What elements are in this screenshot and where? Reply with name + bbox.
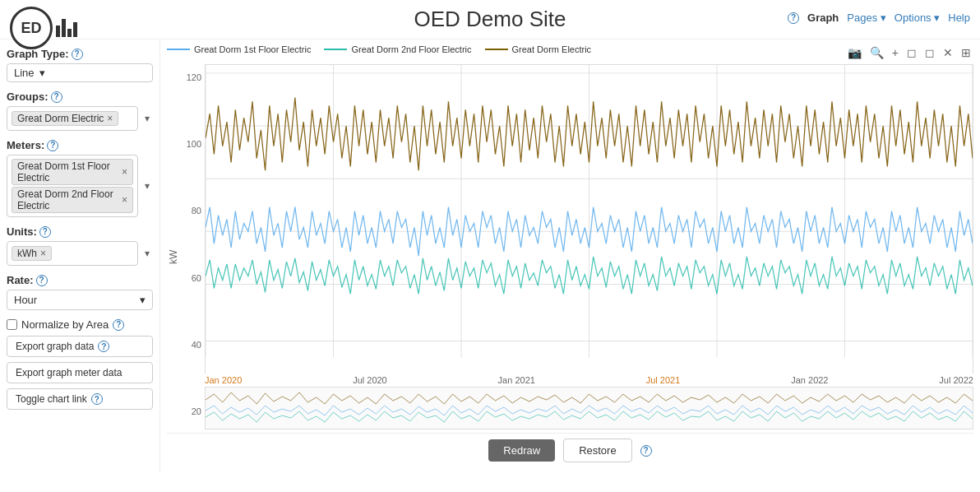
logo-bars xyxy=(56,19,77,37)
legend-line-3 xyxy=(485,49,508,50)
graph-type-dropdown[interactable]: Line ▾ xyxy=(7,63,153,82)
y-axis: 120 100 80 60 40 20 xyxy=(180,64,205,433)
rate-caret: ▾ xyxy=(140,294,146,306)
reset-axes-button[interactable]: ✕ xyxy=(941,44,955,61)
legend-item-2: Great Dorm 2nd Floor Electric xyxy=(324,44,471,54)
units-input-row: kWh × ▾ xyxy=(7,241,153,266)
help-icon-nav[interactable]: ? xyxy=(788,12,799,24)
normalize-checkbox[interactable] xyxy=(7,319,17,330)
logo-bar-2 xyxy=(62,19,66,37)
legend-item-3: Great Dorm Electric xyxy=(485,44,592,54)
meters-tag-input[interactable]: Great Dorm 1st Floor Electric × Great Do… xyxy=(7,155,138,217)
graph-type-caret: ▾ xyxy=(39,67,45,79)
logo-bar-3 xyxy=(67,29,72,37)
x-tick-3: Jan 2021 xyxy=(498,375,535,385)
y-axis-label: kW xyxy=(167,64,180,433)
normalize-help-icon[interactable]: ? xyxy=(113,319,124,331)
logo-bar-4 xyxy=(73,22,77,37)
groups-label: Groups: ? xyxy=(7,91,153,103)
x-tick-1: Jan 2020 xyxy=(205,375,242,385)
units-chevron[interactable]: ▾ xyxy=(141,246,153,261)
pan-left-button[interactable]: ◻ xyxy=(904,44,919,61)
legend-line-1 xyxy=(167,49,190,50)
main-chart[interactable] xyxy=(205,64,973,374)
meter-tag-2-remove[interactable]: × xyxy=(122,195,127,205)
export-meter-button[interactable]: Export graph meter data xyxy=(7,362,153,383)
units-tag-input[interactable]: kWh × xyxy=(7,241,138,266)
toggle-chart-button[interactable]: Toggle chart link ? xyxy=(7,388,153,410)
mini-chart-svg xyxy=(206,388,973,429)
meter-tag-1: Great Dorm 1st Floor Electric × xyxy=(12,159,133,185)
rate-dropdown[interactable]: Hour ▾ xyxy=(7,290,153,310)
main-layout: Graph Type: ? Line ▾ Groups: ? Great Dor… xyxy=(0,39,980,472)
logo-text: ED xyxy=(21,20,41,37)
svg-rect-13 xyxy=(206,388,973,429)
units-label: Units: ? xyxy=(7,225,153,238)
legend-item-1: Great Dorm 1st Floor Electric xyxy=(167,44,311,54)
meters-input-row: Great Dorm 1st Floor Electric × Great Do… xyxy=(7,155,153,217)
x-axis: Jan 2020 Jul 2020 Jan 2021 Jul 2021 Jan … xyxy=(205,374,973,387)
restore-button[interactable]: Restore xyxy=(563,439,632,462)
meters-section: Meters: ? Great Dorm 1st Floor Electric … xyxy=(7,139,153,217)
zoom-in-button[interactable]: 🔍 xyxy=(867,44,886,61)
bottom-bar: Redraw Restore ? xyxy=(167,433,973,467)
rate-section: Rate: ? Hour ▾ xyxy=(7,274,153,310)
groups-tag: Great Dorm Electric × xyxy=(12,111,118,126)
groups-section: Groups: ? Great Dorm Electric × ▾ xyxy=(7,91,153,131)
meter-tag-2: Great Dorm 2nd Floor Electric × xyxy=(12,187,133,213)
nav-pages[interactable]: Pages ▾ xyxy=(847,12,886,24)
graph-type-section: Graph Type: ? Line ▾ xyxy=(7,48,153,82)
sidebar: Graph Type: ? Line ▾ Groups: ? Great Dor… xyxy=(0,39,160,472)
top-nav: ? Graph Pages ▾ Options ▾ Help xyxy=(788,12,970,24)
graph-type-label: Graph Type: ? xyxy=(7,48,153,60)
nav-options[interactable]: Options ▾ xyxy=(894,12,940,24)
normalize-row: Normalize by Area ? xyxy=(7,318,153,331)
export-section: Export graph data ? Export graph meter d… xyxy=(7,336,153,410)
logo-circle: ED xyxy=(10,7,53,49)
mini-chart[interactable] xyxy=(205,387,973,429)
export-graph-button[interactable]: Export graph data ? xyxy=(7,336,153,357)
meters-chevron[interactable]: ▾ xyxy=(141,179,153,193)
toggle-spike-button[interactable]: ⊞ xyxy=(959,44,973,61)
chart-legend: Great Dorm 1st Floor Electric Great Dorm… xyxy=(167,44,591,54)
page-title: OED Demo Site xyxy=(414,7,566,32)
groups-chevron[interactable]: ▾ xyxy=(141,111,153,126)
groups-tag-remove[interactable]: × xyxy=(107,114,113,123)
header: ED OED Demo Site ? Graph Pages ▾ Options… xyxy=(0,0,980,39)
groups-tag-input[interactable]: Great Dorm Electric × xyxy=(7,106,138,131)
units-tag: kWh × xyxy=(12,246,52,261)
groups-input-row: Great Dorm Electric × ▾ xyxy=(7,106,153,131)
x-tick-4: Jul 2021 xyxy=(646,375,681,385)
main-chart-svg xyxy=(206,65,973,374)
nav-help[interactable]: Help xyxy=(948,12,970,24)
legend-line-2 xyxy=(324,49,347,50)
chart-controls: 📷 🔍 + ◻ ◻ ✕ ⊞ xyxy=(845,44,973,61)
zoom-plus-button[interactable]: + xyxy=(890,44,901,61)
rate-label: Rate: ? xyxy=(7,274,153,286)
export-graph-help-icon[interactable]: ? xyxy=(98,341,109,352)
units-section: Units: ? kWh × ▾ xyxy=(7,225,153,266)
chart-inner: Jan 2020 Jul 2020 Jan 2021 Jul 2021 Jan … xyxy=(205,64,973,433)
logo-bar-1 xyxy=(56,26,60,37)
graph-type-help-icon[interactable]: ? xyxy=(72,49,83,60)
rate-input-row: Hour ▾ xyxy=(7,290,153,310)
meters-help-icon[interactable]: ? xyxy=(47,140,58,151)
rate-help-icon[interactable]: ? xyxy=(36,275,48,286)
chart-container: kW 120 100 80 60 40 20 xyxy=(167,64,973,433)
nav-graph[interactable]: Graph xyxy=(807,12,839,24)
camera-button[interactable]: 📷 xyxy=(845,44,864,61)
x-tick-2: Jul 2020 xyxy=(353,375,387,385)
units-tag-remove[interactable]: × xyxy=(40,248,46,258)
chart-area: Great Dorm 1st Floor Electric Great Dorm… xyxy=(160,39,980,472)
x-tick-5: Jan 2022 xyxy=(791,375,828,385)
redraw-button[interactable]: Redraw xyxy=(488,439,555,462)
bottom-help-icon[interactable]: ? xyxy=(640,445,652,457)
pan-right-button[interactable]: ◻ xyxy=(922,44,937,61)
meters-label: Meters: ? xyxy=(7,139,153,151)
x-tick-6: Jul 2022 xyxy=(939,375,973,385)
meter-tag-1-remove[interactable]: × xyxy=(122,167,127,177)
groups-help-icon[interactable]: ? xyxy=(51,91,62,103)
toggle-chart-help-icon[interactable]: ? xyxy=(91,393,103,405)
logo: ED xyxy=(10,7,77,49)
units-help-icon[interactable]: ? xyxy=(39,226,51,238)
